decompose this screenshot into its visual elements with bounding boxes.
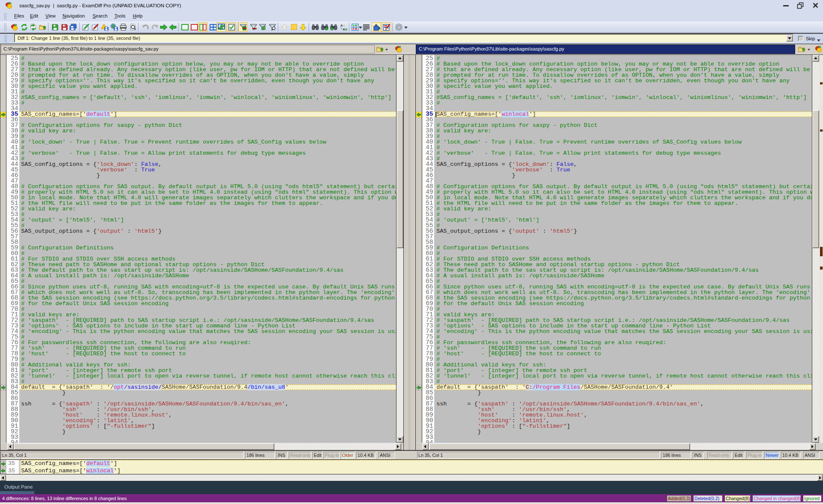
- svg-text:B: B: [345, 27, 347, 31]
